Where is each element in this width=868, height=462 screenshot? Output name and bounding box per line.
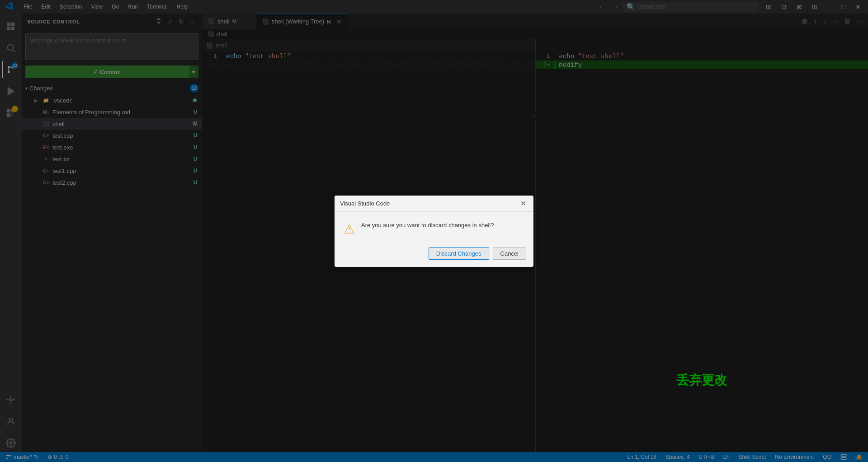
modal-body: ⚠ Are you sure you want to discard chang… bbox=[335, 212, 533, 244]
modal-message: Are you sure you want to discard changes… bbox=[361, 221, 494, 230]
modal-title-bar: Visual Studio Code ✕ bbox=[335, 196, 533, 212]
modal-footer: Discard Changes Cancel bbox=[335, 244, 533, 267]
modal-overlay: Visual Studio Code ✕ ⚠ Are you sure you … bbox=[0, 0, 868, 462]
modal-close-button[interactable]: ✕ bbox=[519, 199, 528, 208]
cancel-button[interactable]: Cancel bbox=[493, 247, 526, 260]
modal-dialog: Visual Studio Code ✕ ⚠ Are you sure you … bbox=[335, 196, 533, 267]
discard-changes-button[interactable]: Discard Changes bbox=[429, 247, 489, 260]
modal-title: Visual Studio Code bbox=[340, 200, 390, 207]
warning-icon: ⚠ bbox=[344, 222, 355, 237]
